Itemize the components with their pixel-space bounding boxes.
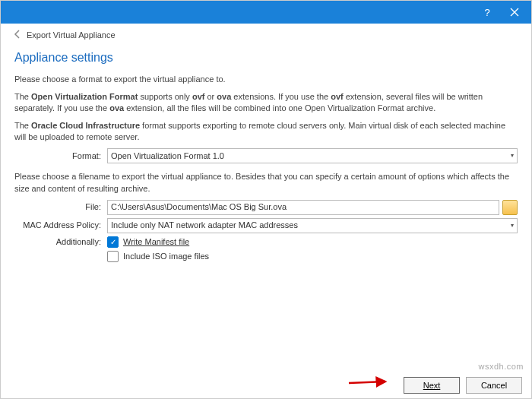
close-button[interactable] [501,2,528,23]
mac-select[interactable]: Include only NAT network adapter MAC add… [107,218,518,233]
file-row: File: C:\Users\Asus\Documents\Mac OS Big… [14,200,518,215]
back-icon[interactable] [13,30,22,40]
manifest-label: Write Manifest file [123,236,189,248]
format-select[interactable]: Open Virtualization Format 1.0 ▾ [107,148,518,163]
format-value: Open Virtualization Format 1.0 [111,150,224,162]
watermark: wsxdh.com [478,362,524,371]
help-icon: ? [484,7,489,18]
iso-label: Include ISO image files [123,251,209,262]
oci-paragraph: The Oracle Cloud Infrastructure format s… [14,120,518,144]
help-button[interactable]: ? [473,2,501,23]
file-hint: Please choose a filename to export the v… [14,171,518,195]
chevron-down-icon: ▾ [511,152,514,160]
arrow-annotation [347,374,393,391]
close-icon [510,8,519,17]
format-label: Format: [14,150,107,162]
section-title: Appliance settings [14,49,518,66]
mac-label: MAC Address Policy: [14,220,107,231]
mac-value: Include only NAT network adapter MAC add… [111,220,298,231]
titlebar: ? [1,1,531,24]
intro-text: Please choose a format to export the vir… [14,74,518,85]
format-row: Format: Open Virtualization Format 1.0 ▾ [14,148,518,163]
file-value: C:\Users\Asus\Documents\Mac OS Big Sur.o… [111,201,287,213]
chevron-down-icon: ▾ [511,222,514,230]
ovf-paragraph: The Open Virtualization Format supports … [14,91,518,115]
next-button[interactable]: Next [404,377,460,394]
breadcrumb: Export Virtual Appliance [1,24,531,40]
additionally-label: Additionally: [14,236,107,248]
iso-checkbox[interactable] [107,251,119,262]
breadcrumb-title: Export Virtual Appliance [27,30,116,40]
file-browse-button[interactable] [502,200,518,215]
additionally-row: Additionally: ✓ Write Manifest file Incl… [14,236,518,262]
file-input[interactable]: C:\Users\Asus\Documents\Mac OS Big Sur.o… [107,200,499,215]
svg-line-0 [349,382,385,383]
content-area: Appliance settings Please choose a forma… [1,40,531,262]
file-label: File: [14,201,107,213]
cancel-button[interactable]: Cancel [466,377,522,394]
footer: Next Cancel [404,377,522,394]
manifest-checkbox[interactable]: ✓ [107,236,119,248]
mac-row: MAC Address Policy: Include only NAT net… [14,218,518,233]
